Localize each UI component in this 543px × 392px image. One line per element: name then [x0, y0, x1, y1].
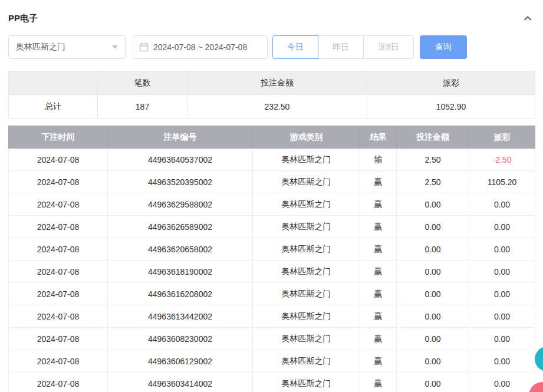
cell-bet-time: 2024-07-08	[9, 350, 108, 373]
date-range-value: 2024-07-08 ~ 2024-07-08	[153, 42, 247, 52]
cell-order-no: 44963620658002	[108, 238, 253, 261]
col-header-result: 结果	[360, 126, 397, 149]
cell-payout: 0.00	[469, 373, 535, 392]
cell-result: 赢	[360, 171, 397, 193]
cell-order-no: 44963629588002	[108, 193, 253, 216]
summary-table: 笔数 投注金额 派彩 总计 187 232.50 1052.90	[8, 71, 535, 118]
cell-order-no: 44963603414002	[108, 373, 253, 392]
cell-order-no: 44963616208002	[108, 283, 253, 305]
cell-order-no: 44963520395002	[108, 171, 253, 193]
table-row: 2024-07-0844963629588002奥林匹斯之门赢0.000.00	[9, 193, 535, 216]
cell-game-type: 奥林匹斯之门	[253, 373, 360, 392]
cell-bet-time: 2024-07-08	[9, 238, 108, 261]
summary-total-payout: 1052.90	[367, 95, 535, 118]
cell-result: 赢	[360, 283, 397, 305]
cell-bet-amount: 0.00	[397, 305, 469, 328]
cell-result: 赢	[360, 328, 397, 350]
cell-game-type: 奥林匹斯之门	[253, 283, 360, 305]
cell-bet-time: 2024-07-08	[9, 216, 108, 238]
summary-total-label: 总计	[9, 95, 98, 118]
cell-order-no: 44963606129002	[108, 350, 253, 373]
cell-bet-time: 2024-07-08	[9, 373, 108, 392]
cell-bet-time: 2024-07-08	[9, 149, 108, 171]
cell-game-type: 奥林匹斯之门	[253, 261, 360, 283]
cell-bet-time: 2024-07-08	[9, 328, 108, 350]
summary-header-blank	[9, 71, 98, 95]
cell-game-type: 奥林匹斯之门	[253, 171, 360, 193]
cell-game-type: 奥林匹斯之门	[253, 216, 360, 238]
cell-result: 赢	[360, 193, 397, 216]
summary-header-count: 笔数	[98, 71, 187, 95]
col-header-payout: 派彩	[469, 126, 535, 149]
cell-game-type: 奥林匹斯之门	[253, 328, 360, 350]
cell-order-no: 44963618190002	[108, 261, 253, 283]
cell-game-type: 奥林匹斯之门	[253, 305, 360, 328]
cell-order-no: 44963608230002	[108, 328, 253, 350]
cell-bet-time: 2024-07-08	[9, 171, 108, 193]
cell-result: 赢	[360, 261, 397, 283]
col-header-game-type: 游戏类别	[253, 126, 360, 149]
table-row: 2024-07-0844963616208002奥林匹斯之门赢0.000.00	[9, 283, 535, 305]
chevron-down-icon	[112, 45, 118, 49]
col-header-bet-amount: 投注金额	[397, 126, 469, 149]
cell-game-type: 奥林匹斯之门	[253, 238, 360, 261]
cell-order-no: 44963626589002	[108, 216, 253, 238]
cell-game-type: 奥林匹斯之门	[253, 350, 360, 373]
title-bar: PP电子	[8, 8, 535, 28]
collapse-panel-button[interactable]	[521, 11, 535, 25]
cell-payout: 0.00	[469, 328, 535, 350]
cell-bet-amount: 0.00	[397, 283, 469, 305]
filter-row: 奥林匹斯之门 2024-07-08 ~ 2024-07-08 今日 昨日 近8日…	[8, 35, 535, 59]
table-row: 2024-07-0844963626589002奥林匹斯之门赢0.000.00	[9, 216, 535, 238]
table-row: 2024-07-0844963603414002奥林匹斯之门赢0.000.00	[9, 373, 535, 392]
game-select-value: 奥林匹斯之门	[16, 42, 65, 52]
records-table: 下注时间 注单编号 游戏类别 结果 投注金额 派彩 2024-07-084496…	[8, 126, 535, 392]
table-row: 2024-07-0844963520395002奥林匹斯之门赢2.501105.…	[9, 171, 535, 193]
cell-bet-amount: 0.00	[397, 193, 469, 216]
search-button[interactable]: 查询	[420, 35, 467, 59]
cell-bet-amount: 2.50	[397, 171, 469, 193]
date-range-picker[interactable]: 2024-07-08 ~ 2024-07-08	[133, 35, 268, 59]
summary-header-bet-amount: 投注金额	[187, 71, 367, 95]
pp-electronic-panel: PP电子 奥林匹斯之门 2024-07-08 ~ 2024-07-08 今日 昨…	[0, 0, 543, 392]
chevron-up-icon	[523, 14, 532, 23]
cell-result: 赢	[360, 305, 397, 328]
game-select[interactable]: 奥林匹斯之门	[8, 35, 126, 59]
cell-result: 赢	[360, 350, 397, 373]
cell-result: 赢	[360, 238, 397, 261]
summary-header-payout: 派彩	[367, 71, 535, 95]
cell-bet-time: 2024-07-08	[9, 283, 108, 305]
cell-order-no: 44963613442002	[108, 305, 253, 328]
cell-payout: 1105.20	[469, 171, 535, 193]
cell-payout: -2.50	[469, 149, 535, 171]
table-row: 2024-07-0844963613442002奥林匹斯之门赢0.000.00	[9, 305, 535, 328]
col-header-order-no: 注单编号	[108, 126, 253, 149]
calendar-icon	[139, 42, 149, 52]
last-8-days-button[interactable]: 近8日	[363, 35, 414, 59]
cell-bet-amount: 0.00	[397, 216, 469, 238]
cell-payout: 0.00	[469, 283, 535, 305]
cell-bet-amount: 0.00	[397, 238, 469, 261]
summary-total-count: 187	[98, 95, 187, 118]
records-table-body: 2024-07-0844963640537002奥林匹斯之门输2.50-2.50…	[9, 149, 535, 392]
records-header-row: 下注时间 注单编号 游戏类别 结果 投注金额 派彩	[9, 126, 535, 149]
cell-result: 赢	[360, 373, 397, 392]
summary-total-bet-amount: 232.50	[187, 95, 367, 118]
today-button[interactable]: 今日	[272, 35, 318, 59]
cell-result: 赢	[360, 216, 397, 238]
cell-bet-time: 2024-07-08	[9, 193, 108, 216]
table-row: 2024-07-0844963606129002奥林匹斯之门赢0.000.00	[9, 350, 535, 373]
cell-order-no: 44963640537002	[108, 149, 253, 171]
cell-bet-amount: 0.00	[397, 350, 469, 373]
cell-result: 输	[360, 149, 397, 171]
cell-bet-amount: 0.00	[397, 373, 469, 392]
table-row: 2024-07-0844963608230002奥林匹斯之门赢0.000.00	[9, 328, 535, 350]
cell-bet-amount: 0.00	[397, 261, 469, 283]
col-header-bet-time: 下注时间	[9, 126, 108, 149]
yesterday-button[interactable]: 昨日	[318, 35, 364, 59]
summary-total-row: 总计 187 232.50 1052.90	[9, 95, 535, 118]
page-title: PP电子	[8, 13, 38, 24]
summary-header-row: 笔数 投注金额 派彩	[9, 71, 535, 95]
table-row: 2024-07-0844963618190002奥林匹斯之门赢0.000.00	[9, 261, 535, 283]
table-row: 2024-07-0844963620658002奥林匹斯之门赢0.000.00	[9, 238, 535, 261]
